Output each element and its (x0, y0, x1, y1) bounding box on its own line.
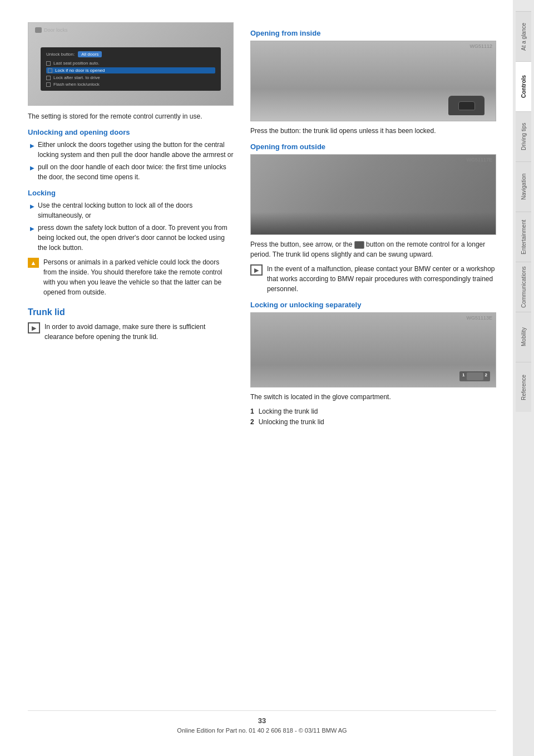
sidebar-tab-at-a-glance[interactable]: At a glance (516, 11, 531, 61)
warning-box: ▲ Persons or animals in a parked vehicle… (28, 257, 234, 297)
page-footer: 33 Online Edition for Part no. 01 40 2 6… (28, 710, 496, 734)
sidebar-tab-driving-tips[interactable]: Driving tips (516, 111, 531, 161)
bullet-icon: ▶ (30, 164, 34, 182)
opening-outside-heading: Opening from outside (250, 143, 496, 151)
unlock-label: Unlock button: (46, 52, 75, 57)
malfunction-note-box: ▶ In the event of a malfunction, please … (250, 264, 496, 294)
unlocking-list: ▶ Either unlock the doors together using… (28, 140, 234, 182)
door-locks-image: Door locks Unlock button: All doors Last… (28, 22, 234, 106)
list-item: ▶ pull on the door handle of each door t… (28, 162, 234, 182)
note-icon: ▶ (28, 322, 40, 333)
switch-overlay: 1 2 (459, 371, 490, 381)
sidebar-tab-mobility[interactable]: Mobility (516, 312, 531, 362)
bullet-icon: ▶ (30, 202, 34, 220)
sidebar-tab-navigation[interactable]: Navigation (516, 161, 531, 212)
opening-inside-heading: Opening from inside (250, 29, 496, 37)
numbered-list: 1 Locking the trunk lid 2 Unlocking the … (250, 406, 496, 428)
opening-inside-image: WG51112 (250, 41, 496, 121)
warning-icon: ▲ (28, 258, 39, 268)
sidebar-tab-entertainment[interactable]: Entertainment (516, 212, 531, 262)
row-last-seat: Last seat position auto. (53, 61, 99, 66)
bullet-icon: ▶ (30, 224, 34, 253)
left-column: Door locks Unlock button: All doors Last… (28, 22, 234, 699)
intro-text: The setting is stored for the remote con… (28, 111, 234, 121)
copyright-text: Online Edition for Part no. 01 40 2 606 … (28, 727, 496, 734)
trunk-note-text: In order to avoid damage, make sure ther… (44, 322, 234, 342)
trunk-note-box: ▶ In order to avoid damage, make sure th… (28, 322, 234, 342)
locking-heading: Locking (28, 189, 234, 197)
opening-outside-text: Press the button, see arrow, or the butt… (250, 239, 496, 259)
locking-separately-image: WG51113E 1 2 (250, 312, 496, 387)
row-lock-no-door: Lock if no door is opened (55, 68, 105, 73)
trunk-lid-heading: Trunk lid (28, 307, 234, 317)
row-lock-after-start: Lock after start. to drive (53, 75, 100, 80)
unlocking-heading: Unlocking and opening doors (28, 128, 234, 136)
locking-separately-text: The switch is located in the glove compa… (250, 392, 496, 402)
list-item: 1 Locking the trunk lid (250, 406, 496, 417)
list-item: ▶ Either unlock the doors together using… (28, 140, 234, 160)
door-locks-title: Door locks (44, 27, 68, 33)
note-icon-2: ▶ (250, 264, 263, 276)
opening-inside-text: Press the button: the trunk lid opens un… (250, 126, 496, 136)
warning-text: Persons or animals in a parked vehicle c… (43, 257, 234, 297)
list-item: ▶ press down the safety lock button of a… (28, 223, 234, 253)
opening-outside-image: WG51117E (250, 154, 496, 235)
sidebar-tab-reference[interactable]: Reference (516, 362, 531, 412)
malfunction-note-text: In the event of a malfunction, please co… (267, 264, 496, 294)
unlock-value: All doors (78, 51, 102, 57)
list-item: ▶ Use the central locking button to lock… (28, 200, 234, 220)
sidebar: At a glance Controls Driving tips Naviga… (513, 0, 534, 756)
bullet-icon: ▶ (30, 141, 34, 160)
row-flash: Flash when lock/unlock (53, 82, 100, 87)
locking-separately-heading: Locking or unlocking separately (250, 301, 496, 309)
list-item: 2 Unlocking the trunk lid (250, 417, 496, 428)
right-column: Opening from inside WG51112 Press the bu… (250, 22, 496, 699)
sidebar-tab-controls[interactable]: Controls (516, 61, 531, 111)
locking-list: ▶ Use the central locking button to lock… (28, 200, 234, 253)
page-number: 33 (28, 716, 496, 725)
sidebar-tab-communications[interactable]: Communications (516, 262, 531, 312)
